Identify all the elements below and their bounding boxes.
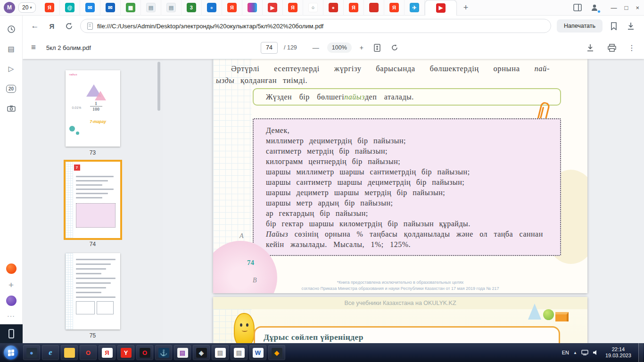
browser-tab-yandex-4[interactable]: Я [344, 0, 364, 16]
thumbnail-scrollbar[interactable] [157, 62, 160, 111]
desktop-screen: M 20 ▾ Я@✉✉▦▤▤3●Я▶Я○●ЯЯ✈▶ + — □ × ▤ [0, 0, 644, 362]
services-icon[interactable] [6, 296, 17, 306]
y-browser-icon: Y [121, 348, 132, 358]
thumbnail-label-74: 74 [90, 241, 96, 247]
maximize-button[interactable]: □ [625, 4, 628, 11]
volume-tray-icon[interactable] [593, 350, 599, 355]
browser-tab-green-grid[interactable]: ▦ [121, 0, 141, 16]
taskbar-icon-notepad-doc[interactable]: ▤ [212, 345, 229, 360]
thumbnail-73: пайыз0.01%11007-тарау73 [66, 70, 120, 156]
display-tray-icon[interactable] [581, 350, 588, 355]
taskbar-icon-notepad-doc-2[interactable]: ▤ [231, 345, 248, 360]
taskbar-icon-opera-mini[interactable]: O [80, 345, 97, 360]
thumbnail-page-75[interactable] [66, 253, 120, 329]
new-tab-button[interactable]: + [459, 0, 473, 15]
start-button[interactable] [4, 346, 18, 360]
pdf-more-options-icon[interactable]: ⋮ [628, 43, 636, 52]
pdf-page-75: Все учебники Казахстана на OKULYK.KZ Дұр… [213, 297, 587, 343]
taskbar-icon-diamond-app[interactable]: ◆ [268, 345, 285, 360]
browser-tab-red-square[interactable] [364, 0, 384, 16]
page-viewer[interactable]: Әртүрлі есептеулерді жүргізу барысында б… [163, 59, 644, 343]
tray-expand-arrow[interactable]: ▲ [573, 351, 577, 355]
taskbar-icon-internet-explorer[interactable]: e [42, 345, 59, 360]
pdf-menu-icon[interactable]: ≡ [31, 43, 36, 52]
alice-assistant-icon[interactable] [6, 263, 17, 274]
rotate-page-icon[interactable] [389, 42, 400, 53]
yandex-home-button[interactable]: Я [46, 20, 58, 32]
page-number-input[interactable]: 74 [261, 42, 278, 54]
browser-tab-telegram[interactable]: ✈ [405, 0, 425, 16]
pdf-print-icon[interactable] [606, 42, 618, 53]
pdf-download-icon[interactable] [585, 42, 596, 53]
zoom-out-button[interactable]: — [311, 44, 321, 51]
sidebar-panel-icon[interactable] [572, 2, 583, 13]
browser-tab-stripes[interactable] [242, 0, 263, 16]
red-video-favicon: ▶ [268, 3, 277, 12]
taskbar-icon-word[interactable]: W [249, 345, 266, 360]
notepad-doc-2-icon: ▤ [234, 348, 245, 358]
thumbnail-page-74[interactable]: 7 [66, 162, 120, 238]
close-button[interactable]: × [636, 4, 639, 11]
browser-tab-red-video[interactable]: ▶ [263, 0, 283, 16]
taskbar-icon-dark-app[interactable]: ◈ [193, 345, 210, 360]
list-heading: Демек, [266, 125, 555, 136]
browser-tab-mail-envelope[interactable]: ✉ [80, 0, 100, 16]
doc-light-2-favicon: ▤ [166, 3, 176, 12]
taskbar-icon-torrent-anchor[interactable]: ⚓ [155, 345, 172, 360]
print-page-button[interactable]: Напечатать [557, 19, 603, 33]
sidebar-add-button[interactable]: + [8, 280, 14, 290]
taskbar-icon-winrar[interactable]: ▤ [174, 345, 191, 360]
browser-tab-green-three[interactable]: 3 [182, 0, 202, 16]
sidebar-more-button[interactable]: ··· [7, 312, 15, 320]
history-icon[interactable] [4, 22, 18, 36]
zoom-level-value[interactable]: 100% [327, 42, 352, 53]
video-icon[interactable]: ▷ [4, 62, 18, 76]
tab-counter-button[interactable]: 20 ▾ [18, 2, 36, 13]
sphere-shape [543, 309, 554, 320]
back-button[interactable]: ← [29, 20, 41, 32]
taskbar-icon-opera[interactable]: O [136, 345, 153, 360]
downloads-icon[interactable] [625, 20, 636, 32]
opera-mini-icon: O [83, 348, 94, 358]
zoom-in-button[interactable]: + [358, 44, 365, 51]
doc-light-favicon: ▤ [146, 3, 156, 12]
browser-tab-yandex-3[interactable]: Я [283, 0, 303, 16]
address-bar[interactable]: file:///C:/Users/Admin/Desktop/электронд… [80, 19, 551, 33]
minimize-button[interactable]: — [611, 4, 617, 11]
browser-tab-yandex-5[interactable]: Я [384, 0, 405, 16]
language-indicator[interactable]: EN [562, 350, 569, 355]
taskbar-clock[interactable]: 22:14 19.03.2023 [605, 346, 631, 359]
browser-tab-rambler-mail[interactable]: @ [60, 0, 80, 16]
browser-toolbar: ← Я file:///C:/Users/Admin/Desktop/элект… [23, 16, 644, 36]
taskbar-icon-folder[interactable] [61, 345, 78, 360]
device-sync-tile[interactable] [0, 324, 23, 343]
profile-avatar[interactable]: M [4, 2, 15, 13]
browser-tab-doc-light[interactable]: ▤ [141, 0, 161, 16]
browser-tab-blue-globe[interactable]: ● [202, 0, 222, 16]
tabs-badge[interactable]: 20 [4, 82, 18, 96]
winrar-icon: ▤ [177, 348, 188, 358]
browser-tab-strip: M 20 ▾ Я@✉✉▦▤▤3●Я▶Я○●ЯЯ✈▶ + — □ × [0, 0, 644, 16]
profile-icon[interactable] [589, 2, 600, 13]
browser-tab-mail-envelope-2[interactable]: ✉ [100, 0, 121, 16]
feed-panels-icon[interactable]: ▤ [4, 42, 18, 56]
browser-tab-doc-light-2[interactable]: ▤ [161, 0, 182, 16]
browser-tab-yandex-2[interactable]: Я [222, 0, 242, 16]
refresh-button[interactable] [63, 20, 74, 32]
clock-date: 19.03.2023 [605, 353, 631, 359]
percent-rules-box: Демек, миллиметр дециметрдің бір пайызын… [253, 118, 561, 256]
browser-tab-red-round[interactable]: ● [323, 0, 344, 16]
speech-practice-box: Дұрыс сөйлеп үйреніңдер [254, 326, 560, 343]
thumbnail-page-73[interactable]: пайыз0.01%11007-тарау [66, 70, 120, 147]
browser-tab-yandex[interactable]: Я [40, 0, 60, 16]
collections-flag-icon[interactable] [608, 20, 619, 32]
browser-tab-active-red[interactable]: ▶ [425, 0, 457, 16]
taskbar-icon-app-circle[interactable]: ● [23, 345, 40, 360]
browser-tab-white-ring[interactable]: ○ [303, 0, 323, 16]
taskbar-icon-y-browser[interactable]: Y [117, 345, 134, 360]
taskbar-icon-yandex-app[interactable]: Я [99, 345, 116, 360]
fit-page-icon[interactable] [372, 42, 383, 53]
windows-logo-icon [8, 349, 14, 356]
show-desktop-button[interactable] [638, 343, 643, 362]
screenshot-camera-icon[interactable] [4, 101, 18, 115]
